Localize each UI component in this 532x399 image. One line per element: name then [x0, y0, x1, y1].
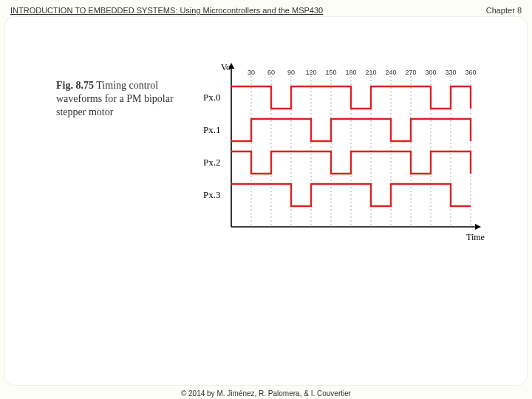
svg-text:360: 360	[465, 69, 476, 76]
book-title: INTRODUCTION TO EMBEDDED SYSTEMS: Using …	[10, 6, 323, 15]
svg-marker-4	[475, 224, 481, 230]
copyright-footer: © 2014 by M. Jiménez, R. Palomera, & I. …	[0, 389, 532, 398]
svg-text:Px.1: Px.1	[203, 124, 220, 135]
svg-text:Px.3: Px.3	[203, 189, 220, 200]
svg-text:180: 180	[345, 69, 356, 76]
svg-text:Px.0: Px.0	[203, 92, 220, 103]
svg-text:240: 240	[385, 69, 396, 76]
svg-text:270: 270	[405, 69, 416, 76]
svg-text:Time: Time	[466, 232, 485, 242]
timing-waveform-chart: VoTime306090120150180210240270300330360P…	[193, 57, 488, 249]
svg-text:210: 210	[365, 69, 376, 76]
svg-text:60: 60	[267, 69, 275, 76]
figure-caption: Fig. 8.75 Timing control waveforms for a…	[56, 79, 182, 120]
svg-text:330: 330	[445, 69, 456, 76]
figure-number: Fig. 8.75	[56, 80, 94, 91]
svg-text:30: 30	[248, 69, 255, 76]
svg-text:Vo: Vo	[221, 62, 231, 72]
svg-text:150: 150	[325, 69, 336, 76]
svg-text:90: 90	[287, 69, 295, 76]
svg-text:300: 300	[425, 69, 436, 76]
chapter-label: Chapter 8	[486, 6, 522, 15]
slide-card: Fig. 8.75 Timing control waveforms for a…	[4, 16, 528, 386]
svg-text:120: 120	[305, 69, 316, 76]
svg-text:Px.2: Px.2	[203, 157, 220, 168]
